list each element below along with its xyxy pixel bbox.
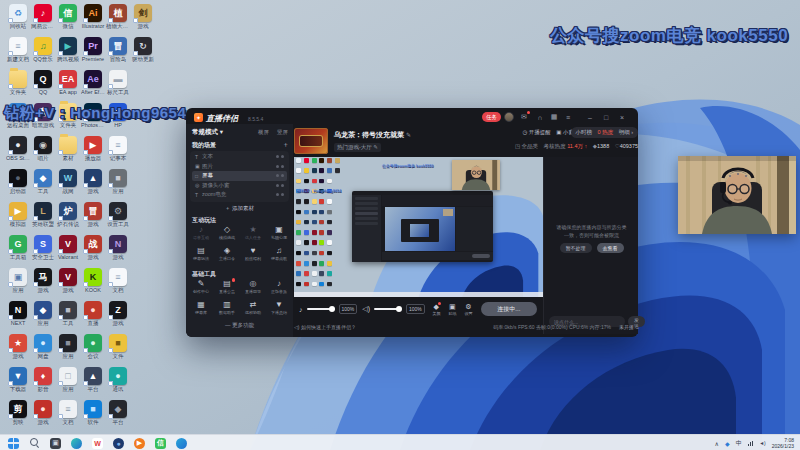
feature-item[interactable]: ★ 达人任务 [240,224,266,245]
desktop-icon[interactable]: ▶ 播放器 [81,136,105,162]
feature-item[interactable]: ◈ 主播口令 [214,245,240,266]
desktop-icon[interactable]: 信 微信 [56,4,80,30]
desktop-icon[interactable]: 植 植物大战僵尸 [106,4,130,30]
desktop-icon[interactable]: V 游戏 [56,268,80,294]
feature-item[interactable]: ▣ 礼物心愿 [266,224,292,245]
mode-selector[interactable]: 常规模式 ▾ [192,128,223,137]
desktop-icon[interactable]: ◉ 唱片 [31,136,55,162]
desktop-icon[interactable]: S 安全卫士 [31,235,55,261]
taskbar-icon[interactable] [29,438,40,449]
source-item[interactable]: □ 屏幕 [192,171,287,181]
desktop-icon[interactable]: 冒 冒险岛 [106,37,130,63]
feature-item[interactable]: ♥ 粉丝福利 [240,245,266,266]
taskbar-icon[interactable]: ▶ [134,438,145,449]
source-actions[interactable] [276,155,284,158]
feature-item[interactable]: ◇ 模拟挑战 [214,224,240,245]
desktop-icon[interactable]: ▣ 应用 [6,268,30,294]
desktop-icon[interactable]: ≡ 记事本 [106,136,130,162]
beauty-filter-button[interactable]: ◆美颜 [432,303,441,316]
desktop-icon[interactable]: ▲ 游戏 [81,169,105,195]
close-button[interactable]: × [616,111,628,123]
preview-camera-source[interactable] [452,160,500,190]
desktop-icon[interactable]: 剑 游戏 [131,4,155,30]
taskbar-icon[interactable]: 信 [155,438,166,449]
desktop-icon[interactable]: ◆ 应用 [31,301,55,327]
desktop-icon[interactable]: ■ 应用 [106,169,130,195]
rank-pill[interactable]: 小时榜 0 热度 明细 › [571,127,638,138]
desktop-icon[interactable]: ● OBS Studio [6,136,30,161]
ime-indicator[interactable]: 中 [736,439,742,448]
more-features-button[interactable]: — 更多功能 [186,322,293,329]
desktop-icon[interactable]: N 游戏 [106,235,130,261]
desktop-icon[interactable]: ≡ 文档 [106,268,130,294]
taskbar-icon[interactable] [176,438,187,449]
desktop-icon[interactable]: ■ 软件 [81,400,105,426]
taskbar-icon[interactable] [71,438,82,449]
desktop-icon[interactable]: ▲ 平台 [81,367,105,393]
source-item[interactable]: ◎ 摄像头小窗 [192,181,287,191]
desktop-icon[interactable]: ▶ 模拟器 [6,202,30,228]
microphone-icon[interactable]: ♪ [299,306,303,313]
desktop-icon[interactable]: ▶ 腾讯视频 [56,37,80,63]
tool-item[interactable]: ▦ 弹幕库 [188,299,214,320]
maximize-button[interactable]: □ [600,111,612,123]
desktop-icon[interactable]: ● 启动器 [6,169,30,195]
menu-icon[interactable]: ≡ [562,111,574,123]
edit-title-icon[interactable]: ✎ [406,132,411,138]
feature-item[interactable]: ▤ 弹幕玩法 [188,245,214,266]
help-tip-link[interactable]: ◁) 如何快速上手直播伴侣？ [294,324,356,330]
tool-item[interactable]: ⇄ 远程协助 [240,299,266,320]
add-scene-button[interactable]: ＋ [282,140,289,150]
user-avatar[interactable] [504,112,514,122]
speaker-slider[interactable] [374,308,400,310]
desktop-icon[interactable]: ▼ 下载器 [6,367,30,393]
taskbar-icon[interactable]: ▣ [50,438,61,449]
tool-item[interactable]: ♪ 正版音乐 [266,278,292,299]
source-item[interactable]: T zoom电竞 [192,190,287,200]
desktop-icon[interactable]: 剪 剪映 [6,400,30,426]
sticker-button[interactable]: ▣贴纸 [448,303,457,316]
taskbar-icon[interactable]: W [92,438,103,449]
desktop-icon[interactable]: EA EA app [56,70,80,95]
start-stream-button[interactable]: 连接中... [481,302,537,316]
messages-icon[interactable]: ✉ [518,111,530,123]
desktop-icon[interactable]: ◆ 平台 [106,400,130,426]
source-actions[interactable] [276,174,284,177]
stream-title[interactable]: 乌龙茶：得号没充就菜 ✎ [334,130,411,140]
taskbar-icon[interactable]: ● [113,438,124,449]
desktop-icon[interactable]: W 战网 [56,169,80,195]
orientation-portrait[interactable]: 竖屏 [277,129,288,136]
desktop-icon[interactable]: 文件夹 [6,70,30,96]
tool-item[interactable]: ▤ 直播公告 [214,278,240,299]
desktop-icon[interactable]: V Valorant [56,235,80,260]
desktop-icon[interactable]: 素材 [56,136,80,162]
clock[interactable]: 7:08 2026/1/23 [772,437,794,449]
desktop-icon[interactable]: ● 网盘 [31,334,55,360]
category-tag[interactable]: 热门游戏-大厅 ✎ [334,143,381,152]
add-source-button[interactable]: ＋ 添加素材 [186,205,293,212]
desktop-icon[interactable]: L 英雄联盟 [31,202,55,228]
speaker-icon[interactable]: ◁) [362,305,370,313]
desktop-icon[interactable]: ↻ 驱动更新 [131,37,155,63]
desktop-icon[interactable]: ♻ 回收站 [6,4,30,30]
desktop-icon[interactable]: ● 游戏 [31,400,55,426]
desktop-icon[interactable]: 马 游戏 [31,268,55,294]
tool-item[interactable]: ✎ 创作中心 [188,278,214,299]
desktop-icon[interactable]: ● 直播 [81,301,105,327]
bluetooth-icon[interactable]: ◆ [725,440,730,447]
desktop-icon[interactable]: Ae After Effects [81,70,105,95]
desktop-icon[interactable]: ♪ 网易云音乐 [31,4,55,30]
stream-preview-canvas[interactable]: 公众号搜zoom电竞 kook5550 钻粉+V：HongHong9654 [294,157,543,297]
desktop-icon[interactable]: ≡ 新建文档 [6,37,30,63]
feature-item[interactable]: ♪ 语音互动 [188,224,214,245]
tool-item[interactable]: ▼ 下播总结 [266,299,292,320]
desktop-icon[interactable]: K KOOK [81,268,105,293]
desktop-icon[interactable]: ● 通讯 [106,367,130,393]
desktop-icon[interactable]: ⚙ 设置工具 [106,202,130,228]
desktop-icon[interactable]: 炉 炉石传说 [56,202,80,228]
detail-link[interactable]: 明细 › [619,129,633,135]
desktop-icon[interactable]: 战 游戏 [81,235,105,261]
tool-item[interactable]: ◎ 直播回放 [240,278,266,299]
desktop-icon[interactable]: 冒 游戏 [81,202,105,228]
orientation-landscape[interactable]: 横屏 [258,129,269,136]
